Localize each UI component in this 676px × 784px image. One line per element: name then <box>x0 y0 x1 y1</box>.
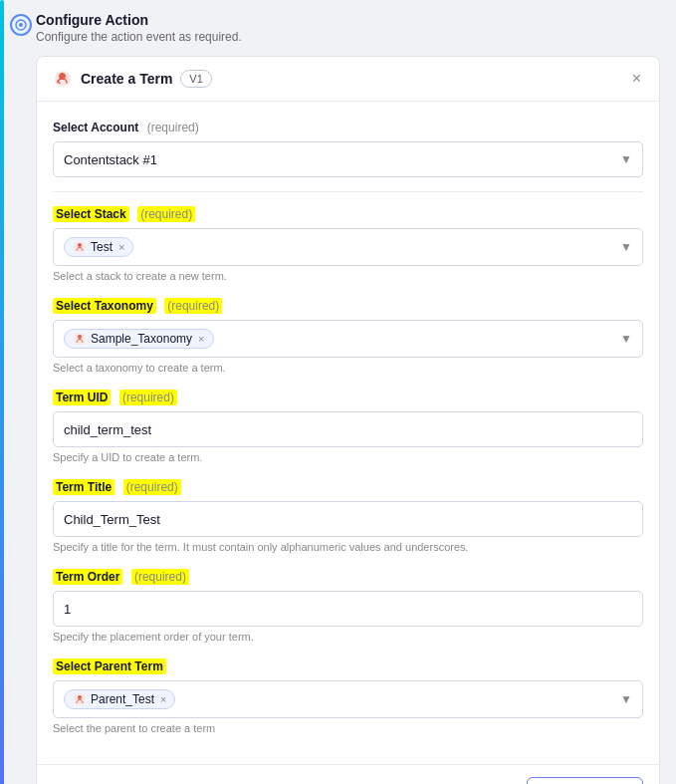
svg-point-1 <box>19 23 23 27</box>
parent-term-tag-chip: Parent_Test × <box>64 689 175 709</box>
page-title: Configure Action <box>36 12 660 28</box>
select-taxonomy-required: (required) <box>164 298 222 314</box>
select-stack-section: Select Stack (required) Test × <box>53 204 643 282</box>
term-title-hint: Specify a title for the term. It must co… <box>53 541 643 553</box>
account-chevron-icon: ▼ <box>620 152 632 166</box>
select-parent-term-dropdown[interactable]: Parent_Test × ▼ <box>53 680 643 718</box>
term-uid-label-row: Term UID (required) <box>53 388 643 405</box>
select-account-section: Select Account (required) Contentstack #… <box>53 118 643 177</box>
select-parent-term-label-row: Select Parent Term <box>53 656 643 674</box>
parent-term-tag-text: Parent_Test <box>91 692 154 706</box>
term-uid-input[interactable] <box>53 411 643 447</box>
select-taxonomy-dropdown[interactable]: Sample_Taxonomy × ▼ <box>53 320 643 358</box>
select-parent-term-value: Parent_Test × <box>64 689 175 709</box>
stack-tag-close[interactable]: × <box>118 241 124 253</box>
parent-term-tag-close[interactable]: × <box>160 693 166 705</box>
select-stack-required: (required) <box>137 206 195 222</box>
term-order-hint: Specify the placement order of your term… <box>53 631 643 643</box>
version-badge: V1 <box>180 70 211 88</box>
select-account-label: Select Account <box>53 121 138 134</box>
select-taxonomy-hint: Select a taxonomy to create a term. <box>53 362 643 374</box>
card-body: Select Account (required) Contentstack #… <box>37 102 659 764</box>
term-order-label-row: Term Order (required) <box>53 567 643 585</box>
term-uid-label: Term UID <box>53 390 111 405</box>
stack-chip-icon <box>73 240 87 254</box>
brand-icon <box>53 69 73 89</box>
taxonomy-chevron-icon: ▼ <box>620 332 632 346</box>
select-account-value: Contentstack #1 <box>64 152 157 167</box>
action-card: Create a Term V1 × Select Account (requi… <box>36 56 660 784</box>
taxonomy-tag-chip: Sample_Taxonomy × <box>64 329 214 349</box>
stack-tag-text: Test <box>91 240 113 254</box>
select-parent-term-section: Select Parent Term Parent_Test × <box>53 656 643 734</box>
select-stack-value: Test × <box>64 237 133 257</box>
select-account-dropdown[interactable]: Contentstack #1 ▼ <box>53 141 643 177</box>
stack-tag-chip: Test × <box>64 237 133 257</box>
account-value-text: Contentstack #1 <box>64 152 157 167</box>
select-account-label-row: Select Account (required) <box>53 118 643 135</box>
select-stack-dropdown[interactable]: Test × ▼ <box>53 228 643 266</box>
term-uid-section: Term UID (required) Specify a UID to cre… <box>53 388 643 463</box>
term-order-label: Term Order <box>53 569 122 585</box>
close-icon: × <box>632 70 641 87</box>
select-stack-label-row: Select Stack (required) <box>53 204 643 222</box>
taxonomy-chip-icon <box>73 332 87 346</box>
select-taxonomy-label: Select Taxonomy <box>53 298 156 314</box>
term-order-required: (required) <box>131 569 189 585</box>
select-stack-hint: Select a stack to create a new term. <box>53 270 643 282</box>
card-title: Create a Term <box>81 71 172 87</box>
card-header: Create a Term V1 × <box>37 57 659 102</box>
select-parent-term-hint: Select the parent to create a term <box>53 722 643 734</box>
term-title-required: (required) <box>123 479 181 495</box>
term-title-section: Term Title (required) Specify a title fo… <box>53 477 643 553</box>
divider-1 <box>53 191 643 192</box>
card-header-left: Create a Term V1 <box>53 69 212 89</box>
term-title-input[interactable] <box>53 501 643 537</box>
term-order-input[interactable] <box>53 591 643 627</box>
proceed-button[interactable]: Proceed → <box>527 777 643 784</box>
select-account-required: (required) <box>147 121 199 134</box>
select-taxonomy-section: Select Taxonomy (required) Sample_Taxono… <box>53 296 643 374</box>
select-taxonomy-label-row: Select Taxonomy (required) <box>53 296 643 314</box>
step-icon <box>10 14 32 36</box>
taxonomy-tag-text: Sample_Taxonomy <box>91 332 192 346</box>
term-title-label: Term Title <box>53 479 114 495</box>
card-footer: Proceed → <box>37 764 659 784</box>
select-parent-term-label: Select Parent Term <box>53 658 166 674</box>
page-subtitle: Configure the action event as required. <box>36 30 660 44</box>
stack-chevron-icon: ▼ <box>620 240 632 254</box>
term-title-label-row: Term Title (required) <box>53 477 643 495</box>
select-stack-label: Select Stack <box>53 206 129 222</box>
term-uid-required: (required) <box>119 390 177 405</box>
parent-term-chip-icon <box>73 692 87 706</box>
left-border <box>0 0 4 784</box>
parent-term-chevron-icon: ▼ <box>620 692 632 706</box>
select-taxonomy-value: Sample_Taxonomy × <box>64 329 214 349</box>
term-order-section: Term Order (required) Specify the placem… <box>53 567 643 643</box>
taxonomy-tag-close[interactable]: × <box>198 333 204 345</box>
close-button[interactable]: × <box>630 69 643 89</box>
term-uid-hint: Specify a UID to create a term. <box>53 451 643 463</box>
